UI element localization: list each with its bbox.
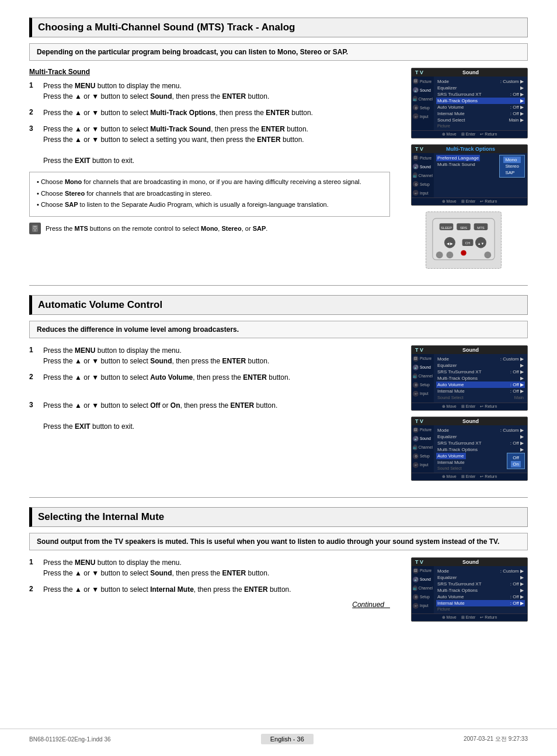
setup-icon-3: ⚙: [413, 382, 419, 388]
setup-icon-5: ⚙: [413, 594, 419, 600]
avc-screenshot-2: T V Sound 🖼 Picture 🔊 Sound: [411, 417, 528, 481]
svg-text:CH: CH: [465, 241, 471, 245]
mts-content: Multi-Track Sound 1 Press the MENU butto…: [29, 68, 528, 269]
mts-section: Choosing a Multi-Channel Sound (MTS) Tra…: [29, 18, 528, 269]
svg-text:SLEEP: SLEEP: [441, 226, 452, 230]
tv-left-input: ↩ Input: [413, 113, 433, 119]
opt-stereo: Stereo: [503, 163, 521, 169]
avc2-picture: 🖼 Picture: [413, 427, 433, 433]
menu-sselect: Sound SelectMain ▶: [436, 117, 525, 123]
menu-mts: Multi-Track Options▶: [436, 98, 525, 104]
input-icon-2: ↩: [413, 190, 419, 196]
mute-tv-left: 🖼 Picture 🔊 Sound 📺 Channel: [412, 566, 434, 613]
mute-content: 1 Press the MENU button to display the m…: [29, 557, 528, 622]
mute-setup: ⚙ Setup: [413, 594, 433, 600]
picture-icon-5: 🖼: [413, 568, 419, 574]
mts-sound-icon: 🔊 Sound: [413, 164, 433, 169]
mts-setup-icon: ⚙ Setup: [413, 181, 433, 187]
mute-step-2-content: Press the ▲ or ▼ button to select Intern…: [43, 584, 390, 595]
mute-channel: 📺 Channel: [413, 585, 433, 591]
menu-imute: Internal Mute: Off ▶: [436, 110, 525, 117]
avc-tv-header-1: T V Sound: [412, 346, 527, 354]
input-icon-5: ↩: [413, 603, 419, 609]
avc-steps: 1 Press the MENU button to display the m…: [29, 345, 390, 481]
page: Choosing a Multi-Channel Sound (MTS) Tra…: [0, 0, 557, 756]
sound-icon-3: 🔊: [413, 365, 419, 370]
svg-point-22: [484, 252, 491, 259]
avc-tv-right-2: Mode: Custom ▶ Equalizer▶ SRS TruSurroun…: [434, 425, 527, 473]
avc2-eq: Equalizer▶: [436, 434, 525, 440]
avc-spacer: [29, 389, 390, 400]
mts-note-box: • Choose Mono for channels that are broa…: [29, 172, 390, 217]
footer-file-info: BN68-01192E-02Eng-1.indd 36: [29, 736, 111, 743]
picture-icon-4: 🖼: [413, 427, 419, 433]
mts-channel-icon: 📺 Channel: [413, 172, 433, 178]
mute-step-2: 2 Press the ▲ or ▼ button to select Inte…: [29, 584, 390, 595]
mute-tv-right: Mode: Custom ▶ Equalizer▶ SRS TruSurroun…: [434, 566, 527, 613]
mts-step-3-content: Press the ▲ or ▼ button to select Multi-…: [43, 124, 390, 166]
mute-step-1-content: Press the MENU button to display the men…: [43, 557, 390, 578]
avc2-imute: Internal Mute: [436, 459, 466, 466]
tv-left-channel: 📺 Channel: [413, 96, 433, 102]
mute-step-1: 1 Press the MENU button to display the m…: [29, 557, 390, 578]
svg-point-19: [436, 252, 443, 259]
avc2-input: ↩ Input: [413, 462, 433, 468]
tv-right-1: Mode: Custom ▶ Equalizer▶ SRS TruSurroun…: [434, 77, 527, 130]
avc2-option-box: Off On: [507, 453, 525, 469]
mts-step-1-content: Press the MENU button to display the men…: [43, 81, 390, 102]
mts-screenshot-1: T V Sound 🖼 Picture 🔊 Sound: [411, 68, 528, 138]
mts-screenshot-2: T V Multi-Track Options 🖼 Picture 🔊: [411, 144, 528, 206]
mts-step-1: 1 Press the MENU button to display the m…: [29, 81, 390, 102]
input-icon-4: ↩: [413, 462, 419, 468]
mts-items-list: Preferred Language Multi-Track Sound: [436, 155, 480, 168]
svg-point-20: [447, 252, 454, 259]
tv-header-1: T V Sound: [412, 68, 527, 77]
avc-step-2-content: Press the ▲ or ▼ button to select Auto V…: [43, 372, 390, 383]
picture-icon-3: 🖼: [413, 356, 419, 362]
mute-section-header: Selecting the Internal Mute: [29, 507, 528, 527]
remote-svg: SLEEP SRS MTS ◀ ▶ CH ▲▼: [429, 215, 498, 263]
mute-screenshots: T V Sound 🖼 Picture 🔊 Sound: [399, 557, 528, 622]
divider-2: [29, 497, 528, 498]
menu-srs: SRS TruSurround XT: Off ▶: [436, 91, 525, 98]
opt-sap: SAP: [503, 169, 521, 176]
mute-picture: 🖼 Picture: [413, 568, 433, 574]
avc-avol-hi: Auto Volume: Off ▶: [436, 382, 525, 388]
opt-on: On: [511, 461, 521, 467]
avc-tv-header-2: T V Sound: [412, 417, 527, 425]
avc-sound: 🔊 Sound: [413, 365, 433, 370]
avc-screenshots: T V Sound 🖼 Picture 🔊 Sound: [399, 345, 528, 481]
mute-input: ↩ Input: [413, 603, 433, 609]
avc2-vol-row: Auto Volume Internal Mute Sound Select O…: [436, 453, 525, 471]
svg-point-4: [34, 229, 36, 230]
tv-left-1: 🖼 Picture 🔊 Sound 📺 Channel: [412, 77, 434, 130]
mute-sound: 🔊 Sound: [413, 577, 433, 582]
avc2-channel: 📺 Channel: [413, 445, 433, 450]
mts-description: Depending on the particular program bein…: [29, 43, 528, 61]
svg-rect-1: [33, 226, 37, 227]
avc-tv-left-1: 🖼 Picture 🔊 Sound 📺 Channel: [412, 354, 434, 403]
mute-eq: Equalizer▶: [436, 574, 525, 581]
avc-title: Automatic Volume Control: [38, 299, 521, 311]
avc2-avol: Auto Volume: [436, 453, 466, 459]
mts-preferred-lang: Preferred Language: [436, 155, 480, 161]
avc-mode: Mode: Custom ▶: [436, 356, 525, 362]
remote-icon: [29, 223, 41, 234]
mts-steps: Multi-Track Sound 1 Press the MENU butto…: [29, 68, 390, 269]
avc-input: ↩ Input: [413, 391, 433, 397]
mute-screenshot-1: T V Sound 🖼 Picture 🔊 Sound: [411, 557, 528, 622]
mts-step-2-num: 2: [29, 108, 40, 116]
avc-tv-right-1: Mode: Custom ▶ Equalizer▶ SRS TruSurroun…: [434, 354, 527, 403]
mts-options-row: Preferred Language Multi-Track Sound Mon…: [436, 155, 525, 178]
avc-srs: SRS TruSurround XT: Off ▶: [436, 369, 525, 375]
tv-left-sound: 🔊 Sound: [413, 87, 433, 93]
input-icon: ↩: [413, 113, 419, 119]
avc-imute: Internal Mute: Off ▶: [436, 388, 525, 394]
setup-icon: ⚙: [413, 105, 419, 110]
avc-description: Reduces the difference in volume level a…: [29, 321, 528, 338]
avc2-srs: SRS TruSurround XT: Off ▶: [436, 440, 525, 446]
avc2-sselect: Sound Select: [436, 466, 466, 471]
svg-text:▲▼: ▲▼: [478, 242, 485, 245]
mute-srs: SRS TruSurround XT: Off ▶: [436, 581, 525, 587]
avc2-mts: Multi-Track Options▶: [436, 446, 525, 453]
